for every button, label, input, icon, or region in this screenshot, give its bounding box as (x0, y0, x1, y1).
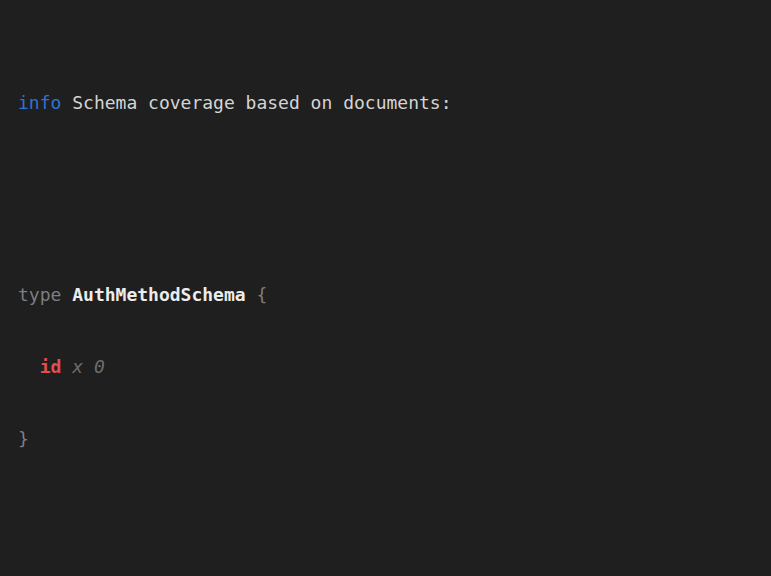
terminal-output[interactable]: info Schema coverage based on documents:… (0, 0, 771, 576)
field-line: id x 0 (18, 355, 761, 379)
blank-line (18, 523, 761, 547)
info-message: Schema coverage based on documents: (72, 92, 451, 113)
type-keyword: type (18, 284, 61, 305)
info-line: info Schema coverage based on documents: (18, 91, 761, 115)
field-count: x 0 (72, 356, 105, 377)
info-tag: info (18, 92, 61, 113)
field-name: id (40, 356, 62, 377)
type-header: type AuthMethodSchema { (18, 283, 761, 307)
blank-line (18, 187, 761, 211)
type-footer: } (18, 427, 761, 451)
close-brace: } (18, 428, 29, 449)
open-brace: { (256, 284, 267, 305)
type-name: AuthMethodSchema (72, 284, 245, 305)
